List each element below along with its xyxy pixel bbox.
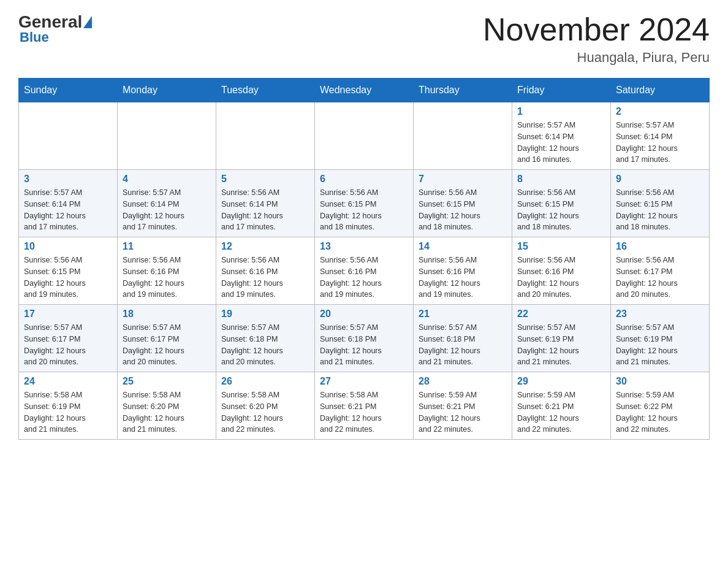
day-info: Sunrise: 5:57 AM Sunset: 6:18 PM Dayligh… <box>221 322 309 368</box>
table-row: 22Sunrise: 5:57 AM Sunset: 6:19 PM Dayli… <box>512 305 611 372</box>
table-row: 2Sunrise: 5:57 AM Sunset: 6:14 PM Daylig… <box>611 102 710 170</box>
month-year-title: November 2024 <box>483 12 710 47</box>
day-info: Sunrise: 5:57 AM Sunset: 6:14 PM Dayligh… <box>517 120 605 166</box>
day-info: Sunrise: 5:56 AM Sunset: 6:17 PM Dayligh… <box>616 255 704 301</box>
header-friday: Friday <box>512 79 611 102</box>
table-row: 14Sunrise: 5:56 AM Sunset: 6:16 PM Dayli… <box>414 237 512 305</box>
table-row <box>118 102 216 170</box>
table-row <box>315 102 414 170</box>
day-number: 30 <box>616 376 704 387</box>
table-row <box>216 102 315 170</box>
day-info: Sunrise: 5:59 AM Sunset: 6:22 PM Dayligh… <box>616 389 704 435</box>
day-number: 5 <box>221 174 309 185</box>
table-row: 11Sunrise: 5:56 AM Sunset: 6:16 PM Dayli… <box>118 237 216 305</box>
day-number: 16 <box>616 241 704 252</box>
table-row: 15Sunrise: 5:56 AM Sunset: 6:16 PM Dayli… <box>512 237 611 305</box>
day-number: 1 <box>517 106 605 117</box>
day-number: 18 <box>123 308 211 320</box>
day-number: 27 <box>320 376 408 387</box>
day-info: Sunrise: 5:56 AM Sunset: 6:15 PM Dayligh… <box>320 187 408 233</box>
weekday-header-row: Sunday Monday Tuesday Wednesday Thursday… <box>19 79 710 102</box>
day-info: Sunrise: 5:56 AM Sunset: 6:16 PM Dayligh… <box>221 255 309 301</box>
table-row: 13Sunrise: 5:56 AM Sunset: 6:16 PM Dayli… <box>315 237 414 305</box>
day-number: 6 <box>320 174 408 185</box>
day-info: Sunrise: 5:58 AM Sunset: 6:20 PM Dayligh… <box>123 389 211 435</box>
calendar-week-row: 17Sunrise: 5:57 AM Sunset: 6:17 PM Dayli… <box>19 305 710 372</box>
day-info: Sunrise: 5:57 AM Sunset: 6:18 PM Dayligh… <box>320 322 408 368</box>
logo-triangle-icon <box>83 16 92 28</box>
day-number: 7 <box>419 174 507 185</box>
calendar-week-row: 10Sunrise: 5:56 AM Sunset: 6:15 PM Dayli… <box>19 237 710 305</box>
day-number: 28 <box>419 376 507 387</box>
page-header: General Blue November 2024 Huangala, Piu… <box>18 12 710 66</box>
day-info: Sunrise: 5:57 AM Sunset: 6:14 PM Dayligh… <box>24 187 112 233</box>
day-info: Sunrise: 5:56 AM Sunset: 6:16 PM Dayligh… <box>320 255 408 301</box>
day-number: 14 <box>419 241 507 252</box>
day-info: Sunrise: 5:56 AM Sunset: 6:15 PM Dayligh… <box>616 187 704 233</box>
day-info: Sunrise: 5:57 AM Sunset: 6:18 PM Dayligh… <box>419 322 507 368</box>
header-tuesday: Tuesday <box>216 79 315 102</box>
table-row: 28Sunrise: 5:59 AM Sunset: 6:21 PM Dayli… <box>414 372 512 440</box>
day-number: 15 <box>517 241 605 252</box>
day-info: Sunrise: 5:58 AM Sunset: 6:20 PM Dayligh… <box>221 389 309 435</box>
day-info: Sunrise: 5:59 AM Sunset: 6:21 PM Dayligh… <box>517 389 605 435</box>
day-number: 26 <box>221 376 309 387</box>
day-number: 24 <box>24 376 112 387</box>
table-row: 1Sunrise: 5:57 AM Sunset: 6:14 PM Daylig… <box>512 102 611 170</box>
day-info: Sunrise: 5:57 AM Sunset: 6:14 PM Dayligh… <box>616 120 704 166</box>
table-row: 30Sunrise: 5:59 AM Sunset: 6:22 PM Dayli… <box>611 372 710 440</box>
header-sunday: Sunday <box>19 79 118 102</box>
day-info: Sunrise: 5:58 AM Sunset: 6:19 PM Dayligh… <box>24 389 112 435</box>
table-row: 19Sunrise: 5:57 AM Sunset: 6:18 PM Dayli… <box>216 305 315 372</box>
table-row: 9Sunrise: 5:56 AM Sunset: 6:15 PM Daylig… <box>611 170 710 237</box>
calendar-week-row: 1Sunrise: 5:57 AM Sunset: 6:14 PM Daylig… <box>19 102 710 170</box>
table-row: 23Sunrise: 5:57 AM Sunset: 6:19 PM Dayli… <box>611 305 710 372</box>
table-row: 8Sunrise: 5:56 AM Sunset: 6:15 PM Daylig… <box>512 170 611 237</box>
day-info: Sunrise: 5:56 AM Sunset: 6:15 PM Dayligh… <box>517 187 605 233</box>
table-row: 25Sunrise: 5:58 AM Sunset: 6:20 PM Dayli… <box>118 372 216 440</box>
day-number: 23 <box>616 308 704 320</box>
table-row: 12Sunrise: 5:56 AM Sunset: 6:16 PM Dayli… <box>216 237 315 305</box>
table-row: 7Sunrise: 5:56 AM Sunset: 6:15 PM Daylig… <box>414 170 512 237</box>
table-row: 4Sunrise: 5:57 AM Sunset: 6:14 PM Daylig… <box>118 170 216 237</box>
table-row: 26Sunrise: 5:58 AM Sunset: 6:20 PM Dayli… <box>216 372 315 440</box>
calendar-title-area: November 2024 Huangala, Piura, Peru <box>483 12 710 66</box>
logo-blue-text: Blue <box>18 29 49 45</box>
day-info: Sunrise: 5:57 AM Sunset: 6:19 PM Dayligh… <box>517 322 605 368</box>
day-number: 3 <box>24 174 112 185</box>
table-row: 10Sunrise: 5:56 AM Sunset: 6:15 PM Dayli… <box>19 237 118 305</box>
day-number: 11 <box>123 241 211 252</box>
day-number: 20 <box>320 308 408 320</box>
day-info: Sunrise: 5:56 AM Sunset: 6:15 PM Dayligh… <box>24 255 112 301</box>
table-row: 16Sunrise: 5:56 AM Sunset: 6:17 PM Dayli… <box>611 237 710 305</box>
day-info: Sunrise: 5:56 AM Sunset: 6:16 PM Dayligh… <box>123 255 211 301</box>
day-number: 25 <box>123 376 211 387</box>
day-number: 19 <box>221 308 309 320</box>
table-row: 6Sunrise: 5:56 AM Sunset: 6:15 PM Daylig… <box>315 170 414 237</box>
table-row: 29Sunrise: 5:59 AM Sunset: 6:21 PM Dayli… <box>512 372 611 440</box>
day-info: Sunrise: 5:56 AM Sunset: 6:16 PM Dayligh… <box>517 255 605 301</box>
day-number: 8 <box>517 174 605 185</box>
location-subtitle: Huangala, Piura, Peru <box>483 50 710 66</box>
day-info: Sunrise: 5:57 AM Sunset: 6:19 PM Dayligh… <box>616 322 704 368</box>
header-saturday: Saturday <box>611 79 710 102</box>
day-info: Sunrise: 5:57 AM Sunset: 6:17 PM Dayligh… <box>24 322 112 368</box>
day-number: 29 <box>517 376 605 387</box>
day-info: Sunrise: 5:58 AM Sunset: 6:21 PM Dayligh… <box>320 389 408 435</box>
day-number: 4 <box>123 174 211 185</box>
day-number: 13 <box>320 241 408 252</box>
calendar-week-row: 3Sunrise: 5:57 AM Sunset: 6:14 PM Daylig… <box>19 170 710 237</box>
table-row: 3Sunrise: 5:57 AM Sunset: 6:14 PM Daylig… <box>19 170 118 237</box>
header-monday: Monday <box>118 79 216 102</box>
header-thursday: Thursday <box>414 79 512 102</box>
logo: General Blue <box>18 12 93 45</box>
day-info: Sunrise: 5:59 AM Sunset: 6:21 PM Dayligh… <box>419 389 507 435</box>
table-row: 27Sunrise: 5:58 AM Sunset: 6:21 PM Dayli… <box>315 372 414 440</box>
table-row <box>414 102 512 170</box>
day-number: 17 <box>24 308 112 320</box>
table-row: 18Sunrise: 5:57 AM Sunset: 6:17 PM Dayli… <box>118 305 216 372</box>
day-number: 21 <box>419 308 507 320</box>
day-info: Sunrise: 5:56 AM Sunset: 6:15 PM Dayligh… <box>419 187 507 233</box>
table-row: 17Sunrise: 5:57 AM Sunset: 6:17 PM Dayli… <box>19 305 118 372</box>
day-info: Sunrise: 5:56 AM Sunset: 6:16 PM Dayligh… <box>419 255 507 301</box>
